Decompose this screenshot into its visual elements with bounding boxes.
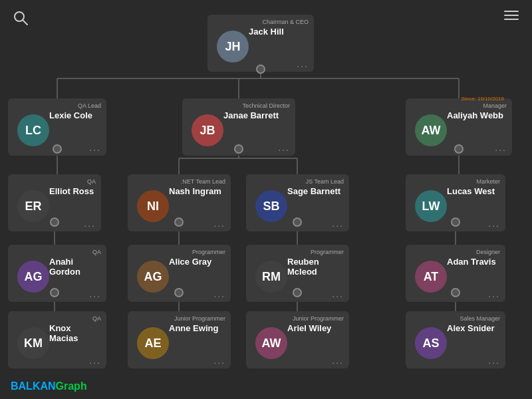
avatar-ariel: AW — [255, 327, 287, 359]
avatar-lexie: LC — [17, 114, 49, 146]
dots-alice[interactable]: ... — [213, 289, 225, 299]
dots-aaliyah[interactable]: ... — [495, 142, 507, 153]
role-anahi: QA — [13, 249, 101, 255]
search-icon[interactable] — [13, 11, 28, 29]
card-inner-janae: Technical Director JB Janae Barrett — [188, 102, 290, 141]
card-alex[interactable]: Sales Manager AS Alex Snider ... — [406, 311, 505, 368]
name-lucas: Lucas West — [447, 186, 500, 196]
name-lexie: Lexie Cole — [49, 110, 101, 120]
avatar-janae: JB — [192, 114, 223, 146]
card-inner-alex: Sales Manager AS Alex Snider — [411, 315, 500, 354]
dots-sage[interactable]: ... — [332, 218, 344, 229]
name-nash: Nash Ingram — [169, 186, 225, 196]
card-inner-alice: Programmer AG Alice Gray — [133, 249, 225, 287]
avatar-nash: NI — [137, 190, 169, 222]
card-inner-nash: .NET Team Lead NI Nash Ingram — [133, 178, 225, 217]
dots-lexie[interactable]: ... — [89, 142, 101, 153]
dots-nash[interactable]: ... — [213, 218, 225, 229]
dot-janae-bottom — [234, 144, 243, 154]
brand-balkan: BALKAN — [11, 380, 56, 392]
dot-elliot-bottom — [50, 217, 59, 227]
card-inner-lucas: Marketer LW Lucas West — [411, 178, 500, 217]
card-inner-anne: Junior Programmer AE Anne Ewing — [133, 315, 225, 354]
avatar-knox: KM — [17, 327, 49, 359]
card-inner-ariel: Junior Programmer AW Ariel Wiley — [251, 315, 344, 354]
role-alice: Programmer — [133, 249, 225, 255]
dots-janae[interactable]: ... — [278, 142, 290, 153]
dots-elliot[interactable]: ... — [84, 218, 96, 229]
dots-adan[interactable]: ... — [488, 289, 500, 299]
card-jack[interactable]: Chairman & CEO JH Jack Hill ... — [207, 15, 314, 72]
card-inner-adan: Designer AT Adan Travis — [411, 249, 500, 287]
name-anahi: Anahi Gordon — [49, 257, 101, 277]
avatar-aaliyah: AW — [415, 114, 447, 146]
role-knox: QA — [13, 315, 101, 322]
avatar-anne: AE — [137, 327, 169, 359]
dots-alex[interactable]: ... — [488, 355, 500, 366]
role-jack: Chairman & CEO — [213, 19, 309, 25]
menu-line-3 — [504, 19, 519, 20]
role-lexie: QA Lead — [13, 102, 101, 109]
name-sage: Sage Barnett — [287, 186, 344, 196]
avatar-adan: AT — [415, 261, 447, 293]
role-anne: Junior Programmer — [133, 315, 225, 322]
card-inner-jack: Chairman & CEO JH Jack Hill — [213, 19, 309, 57]
role-elliot: QA — [13, 178, 96, 185]
dot-sage-bottom — [293, 217, 302, 227]
dots-anahi[interactable]: ... — [89, 289, 101, 299]
menu-line-1 — [504, 11, 519, 12]
avatar-alex: AS — [415, 327, 447, 359]
brand-logo: BALKANGraph — [11, 380, 87, 392]
card-anne[interactable]: Junior Programmer AE Anne Ewing ... — [128, 311, 231, 368]
card-inner-elliot: QA ER Elliot Ross — [13, 178, 96, 217]
role-reuben: Programmer — [251, 249, 344, 255]
name-ariel: Ariel Wiley — [287, 323, 344, 333]
role-alex: Sales Manager — [411, 315, 500, 322]
name-janae: Janae Barrett — [223, 110, 290, 120]
avatar-alice: AG — [137, 261, 169, 293]
since-badge: Since: 10/10/2018 — [462, 96, 505, 102]
svg-line-30 — [23, 20, 27, 25]
dot-adan-bottom — [451, 288, 460, 297]
avatar-lucas: LW — [415, 190, 447, 222]
name-reuben: Reuben Mcleod — [287, 257, 344, 277]
dots-reuben[interactable]: ... — [332, 289, 344, 299]
role-lucas: Marketer — [411, 178, 500, 185]
menu-icon[interactable] — [504, 11, 519, 20]
name-alice: Alice Gray — [169, 257, 225, 267]
avatar-reuben: RM — [255, 261, 287, 293]
dots-jack[interactable]: ... — [297, 59, 309, 69]
name-anne: Anne Ewing — [169, 323, 225, 333]
role-ariel: Junior Programmer — [251, 315, 344, 322]
menu-line-2 — [504, 15, 519, 16]
dots-knox[interactable]: ... — [89, 355, 101, 366]
avatar-anahi: AG — [17, 261, 49, 293]
card-inner-anahi: QA AG Anahi Gordon — [13, 249, 101, 287]
dot-aaliyah-bottom — [454, 144, 464, 154]
avatar-elliot: ER — [17, 190, 49, 222]
dot-alice-bottom — [174, 288, 184, 297]
role-janae: Technical Director — [188, 102, 290, 109]
card-inner-knox: QA KM Knox Macias — [13, 315, 101, 354]
brand-graph: Graph — [56, 380, 87, 392]
dots-lucas[interactable]: ... — [488, 218, 500, 229]
name-knox: Knox Macias — [49, 323, 101, 343]
name-alex: Alex Snider — [447, 323, 500, 333]
name-jack: Jack Hill — [249, 27, 309, 37]
dots-anne[interactable]: ... — [213, 355, 225, 366]
dots-ariel[interactable]: ... — [332, 355, 344, 366]
name-aaliyah: Aaliyah Webb — [447, 110, 507, 120]
avatar-sage: SB — [255, 190, 287, 222]
dot-nash-bottom — [174, 217, 184, 227]
card-ariel[interactable]: Junior Programmer AW Ariel Wiley ... — [246, 311, 349, 368]
card-knox[interactable]: QA KM Knox Macias ... — [8, 311, 106, 368]
dot-lucas-bottom — [451, 217, 460, 227]
dot-jack-bottom — [256, 65, 265, 74]
role-nash: .NET Team Lead — [133, 178, 225, 185]
org-chart: Chairman & CEO JH Jack Hill ... QA Lead … — [0, 0, 532, 399]
card-inner-sage: JS Team Lead SB Sage Barnett — [251, 178, 344, 217]
dot-lexie-bottom — [53, 144, 62, 154]
dot-anahi-bottom — [50, 288, 59, 297]
card-inner-reuben: Programmer RM Reuben Mcleod — [251, 249, 344, 287]
role-aaliyah: Manager — [411, 102, 507, 109]
